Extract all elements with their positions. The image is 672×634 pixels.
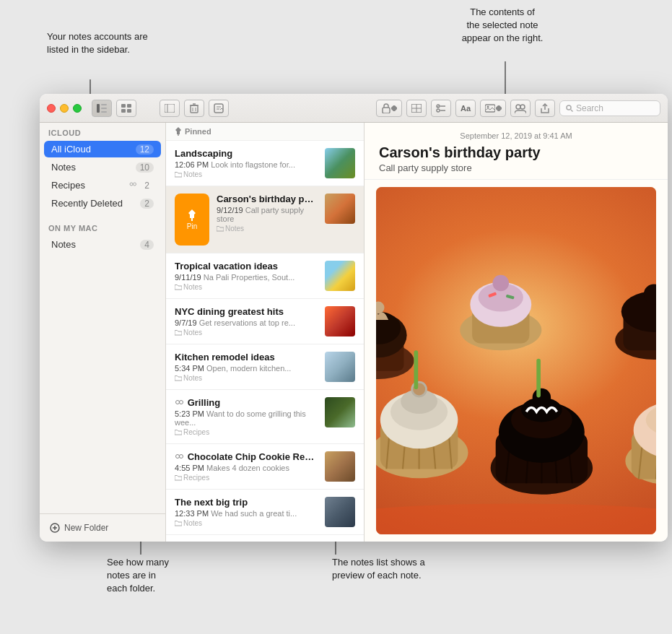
svg-rect-11 (127, 109, 131, 113)
svg-point-31 (486, 105, 489, 108)
pin-filled-icon (187, 209, 197, 221)
note-item-landscaping[interactable]: Landscaping 12:06 PM Look into flagstone… (166, 141, 364, 186)
sidebar-footer: New Folder (40, 513, 165, 542)
new-folder-button[interactable]: New Folder (47, 520, 158, 536)
note-text: Chocolate Chip Cookie Recipe 4:55 PM Mak… (175, 451, 318, 482)
note-thumbnail (325, 497, 355, 527)
sidebar-panel-button[interactable] (160, 100, 180, 117)
svg-point-33 (520, 105, 525, 109)
note-text: Kitchen remodel ideas 5:34 PM Open, mode… (175, 352, 318, 382)
sidebar-section-icloud: iCloud (40, 123, 165, 140)
note-detail: September 12, 2019 at 9:41 AM Carson's b… (365, 123, 668, 542)
note-thumbnail (325, 306, 355, 336)
svg-rect-9 (127, 104, 131, 108)
sidebar-item-count: 2 (140, 181, 154, 191)
svg-point-28 (437, 109, 440, 112)
view-toggle-button[interactable] (116, 100, 136, 117)
sidebar-item-mac-notes[interactable]: Notes 4 (44, 236, 161, 253)
pin-button[interactable]: Pin (175, 194, 209, 246)
note-title: NYC dining greatest hits (175, 306, 318, 317)
search-bar[interactable]: Search (559, 100, 660, 116)
note-text: Grilling 5:23 PM Want to do some grillin… (175, 397, 318, 436)
note-meta: 12:33 PM We had such a great ti... (175, 509, 318, 518)
sidebar-item-label: Recipes (51, 180, 128, 191)
note-detail-date: September 12, 2019 at 9:41 AM (379, 131, 653, 140)
shared-icon (128, 181, 137, 190)
plus-circle-icon (50, 523, 60, 533)
svg-point-109 (376, 504, 656, 534)
annotation-sidebar: Your notes accounts arelisted in the sid… (47, 30, 213, 56)
note-meta: 5:23 PM Want to do some grilling this we… (175, 409, 318, 427)
sidebar-item-all-icloud[interactable]: All iCloud 12 (44, 141, 161, 157)
notes-list: Pinned Landscaping 12:06 PM Look into fl… (166, 123, 365, 542)
sidebar: iCloud All iCloud 12 Notes 10 Recipes 2 … (40, 123, 166, 542)
note-meta: 5:34 PM Open, modern kitchen... (175, 364, 318, 373)
note-folder: Notes (175, 283, 318, 291)
cupcake-image (376, 187, 656, 534)
sidebar-item-label: Notes (51, 162, 136, 173)
note-folder: Notes (175, 374, 318, 382)
note-item-carsons-birthday[interactable]: Pin Carson's birthday party 9/12/19 Call… (166, 186, 364, 253)
note-title: The next big trip (175, 497, 318, 508)
note-detail-title: Carson's birthday party (379, 144, 653, 161)
note-thumbnail (325, 194, 355, 224)
note-title: Landscaping (175, 148, 318, 159)
note-item-cookies[interactable]: Chocolate Chip Cookie Recipe 4:55 PM Mak… (166, 444, 364, 490)
note-item-big-trip[interactable]: The next big trip 12:33 PM We had such a… (166, 490, 364, 535)
sidebar-toggle-button[interactable] (92, 100, 112, 117)
note-title: Grilling (175, 397, 318, 408)
annotation-preview: The notes list shows apreview of each no… (332, 556, 498, 582)
note-detail-header: September 12, 2019 at 9:41 AM Carson's b… (365, 123, 668, 180)
sidebar-item-notes[interactable]: Notes 10 (44, 159, 161, 175)
trash-button[interactable] (184, 100, 204, 117)
sidebar-item-count: 4 (140, 240, 154, 250)
note-folder: Notes (175, 519, 318, 527)
svg-rect-12 (165, 104, 175, 113)
note-item-nyc-dining[interactable]: NYC dining greatest hits 9/7/19 Get rese… (166, 299, 364, 344)
maximize-button[interactable] (73, 104, 82, 113)
note-item-tropical[interactable]: Tropical vacation ideas 9/11/19 Na Pali … (166, 253, 364, 299)
share-collab-button[interactable] (510, 100, 531, 117)
note-item-kitchen[interactable]: Kitchen remodel ideas 5:34 PM Open, mode… (166, 344, 364, 390)
note-text: NYC dining greatest hits 9/7/19 Get rese… (175, 306, 318, 336)
sidebar-item-label: Notes (51, 239, 140, 250)
svg-point-45 (176, 454, 180, 458)
compose-button[interactable] (209, 100, 229, 117)
sidebar-item-recently-deleted[interactable]: Recently Deleted 2 (44, 195, 161, 212)
note-folder: Notes (175, 329, 318, 336)
pin-icon (175, 127, 182, 136)
svg-point-34 (567, 105, 571, 110)
table-button[interactable] (406, 100, 427, 117)
note-meta: 9/11/19 Na Pali Properties, Sout... (175, 273, 318, 282)
media-button[interactable] (480, 100, 506, 117)
note-detail-subtitle: Call party supply store (379, 162, 653, 173)
note-meta: 9/12/19 Call party supply store (217, 206, 318, 223)
pin-label: Pin (187, 222, 197, 230)
note-meta: 9/7/19 Get reservations at top re... (175, 318, 318, 327)
svg-point-36 (130, 183, 133, 186)
svg-rect-8 (121, 104, 126, 108)
lock-button[interactable] (376, 100, 402, 117)
sidebar-item-recipes[interactable]: Recipes 2 (44, 177, 161, 194)
shared-indicator-icon (175, 399, 183, 408)
sidebar-item-count: 10 (136, 162, 154, 173)
minimize-button[interactable] (60, 104, 69, 113)
note-item-miami[interactable]: Miami conference notes 12:21 PM Sales in… (166, 535, 364, 542)
checklist-button[interactable] (431, 100, 451, 117)
note-item-grilling[interactable]: Grilling 5:23 PM Want to do some grillin… (166, 390, 364, 444)
svg-point-32 (516, 105, 520, 109)
note-title: Kitchen remodel ideas (175, 352, 318, 362)
annotation-detail: The contents ofthe selected noteappear o… (423, 6, 582, 45)
note-text: Landscaping 12:06 PM Look into flagstone… (175, 148, 318, 178)
svg-rect-10 (121, 109, 126, 113)
note-thumbnail (325, 397, 355, 427)
font-button[interactable]: Aa (455, 100, 476, 117)
svg-point-44 (180, 400, 183, 404)
note-title: Tropical vacation ideas (175, 261, 318, 272)
svg-rect-6 (101, 108, 107, 109)
share-button[interactable] (535, 100, 555, 117)
close-button[interactable] (47, 104, 56, 113)
pinned-header: Pinned (166, 123, 364, 141)
traffic-lights (47, 104, 82, 113)
note-thumbnail (325, 148, 355, 178)
